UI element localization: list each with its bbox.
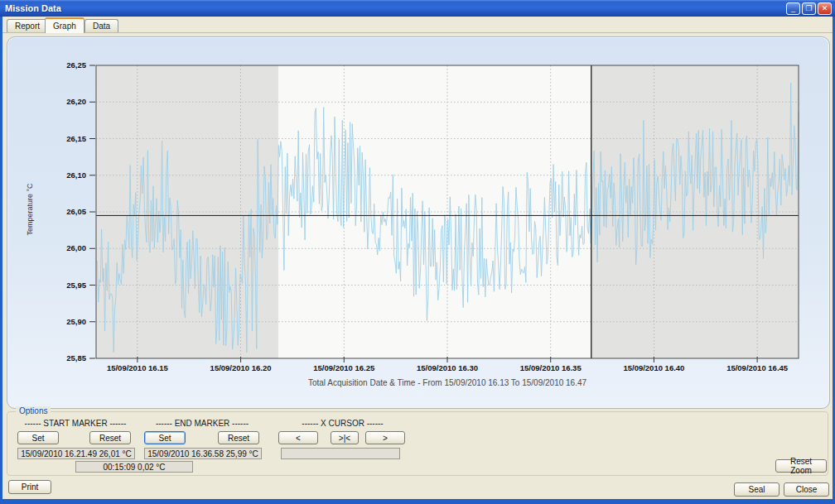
y-tick-label: 26,00: [66, 243, 86, 252]
chart-card: 25,8525,9025,9526,0026,0526,1026,1526,20…: [7, 36, 830, 409]
tab-strip-baseline: [2, 32, 833, 33]
window-border-bottom: [0, 499, 835, 504]
x-tick-label: 15/09/2010 16.20: [210, 363, 272, 372]
tab-data[interactable]: Data: [84, 19, 118, 32]
print-button[interactable]: Print: [8, 480, 51, 494]
y-tick-label: 26,20: [66, 97, 86, 106]
window-border-left: [0, 17, 2, 499]
start-marker-label: ------ START MARKER ------: [17, 419, 133, 428]
end-marker-set-button[interactable]: Set: [144, 431, 186, 444]
window-controls: _ ❐ ✕: [786, 2, 832, 15]
tab-strip: Report Graph Data: [2, 17, 833, 32]
x-cursor-label: ------ X CURSOR ------: [278, 419, 407, 428]
start-marker-set-button[interactable]: Set: [17, 431, 59, 444]
x-tick-label: 15/09/2010 16.30: [417, 363, 478, 372]
y-tick-label: 25,95: [66, 281, 86, 290]
close-button[interactable]: Close: [784, 482, 829, 497]
y-tick-label: 26,05: [66, 207, 86, 216]
maximize-button[interactable]: ❐: [802, 2, 816, 15]
end-marker-label: ------ END MARKER ------: [144, 419, 260, 428]
x-cursor-value: [281, 448, 400, 459]
x-tick-label: 15/09/2010 16.40: [623, 363, 684, 372]
window-title: Mission Data: [3, 3, 61, 13]
x-cursor-prev-button[interactable]: <: [278, 431, 318, 444]
marker-difference-value: 00:15:09 0,02 °C: [75, 461, 193, 473]
y-tick-label: 26,15: [66, 134, 86, 143]
y-tick-label: 26,25: [66, 60, 86, 70]
y-tick-label: 25,90: [66, 317, 86, 326]
title-bar: Mission Data _ ❐ ✕: [0, 0, 835, 17]
x-tick-label: 15/09/2010 16.45: [726, 363, 789, 372]
mission-data-window: Mission Data _ ❐ ✕ Report Graph Data 25,…: [0, 0, 835, 504]
options-panel: Options ------ START MARKER ------ -----…: [7, 411, 828, 476]
start-marker-value: 15/09/2010 16.21.49 26,01 °C: [17, 448, 135, 459]
reset-zoom-button[interactable]: Reset Zoom: [775, 459, 827, 473]
x-cursor-center-button[interactable]: >|<: [331, 431, 359, 444]
end-marker-reset-button[interactable]: Reset: [218, 431, 259, 444]
y-axis-title: Temperature °C: [26, 164, 34, 255]
seal-button[interactable]: Seal: [734, 482, 779, 497]
x-cursor-next-button[interactable]: >: [365, 431, 405, 444]
temperature-chart[interactable]: 25,8525,9025,9526,0026,0526,1026,1526,20…: [7, 37, 828, 406]
x-tick-label: 15/09/2010 16.25: [313, 363, 375, 372]
start-marker-reset-button[interactable]: Reset: [89, 431, 131, 444]
x-tick-label: 15/09/2010 16.35: [520, 363, 582, 372]
options-caption: Options: [16, 406, 51, 415]
y-tick-label: 26,10: [66, 170, 86, 180]
tab-graph[interactable]: Graph: [45, 17, 84, 33]
tab-report[interactable]: Report: [7, 19, 48, 32]
x-axis-title: Total Acquisition Date & Time - From 15/…: [96, 378, 799, 387]
x-tick-label: 15/09/2010 16.15: [107, 363, 169, 372]
minimize-button[interactable]: _: [786, 2, 800, 15]
close-icon[interactable]: ✕: [818, 2, 832, 15]
y-tick-label: 25,85: [66, 353, 86, 362]
end-marker-value: 15/09/2010 16.36.58 25,99 °C: [144, 448, 262, 459]
